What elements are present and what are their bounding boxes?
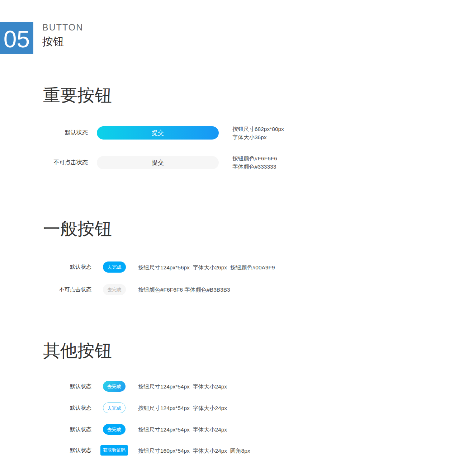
state-label: 默认状态 <box>0 264 91 270</box>
spec-page: 05 BUTTON 按钮 重要按钮 默认状态 提交 按钮尺寸682px*80px… <box>0 0 459 476</box>
section-number-badge: 05 <box>0 22 33 54</box>
spec-text: 按钮颜色#F6F6F6 字体颜色#B3B3B3 <box>138 286 230 294</box>
complete-button-outline[interactable]: 去完成 <box>103 402 126 413</box>
page-title-zh: 按钮 <box>42 34 64 49</box>
spec-line: 按钮尺寸682px*80px <box>232 125 284 133</box>
section-title-other-buttons: 其他按钮 <box>43 341 112 360</box>
spec-line: 按钮尺寸124px*54px 字体大小24px <box>138 404 227 412</box>
complete-button-disabled: 去完成 <box>103 284 126 295</box>
state-label: 默认状态 <box>0 405 91 411</box>
spec-line: 按钮颜色#F6F6F6 <box>232 154 277 162</box>
spec-text: 按钮尺寸682px*80px 字体大小36px <box>232 125 284 141</box>
spec-text: 按钮尺寸124px*54px 字体大小24px <box>138 404 227 412</box>
state-label: 默认状态 <box>0 383 91 390</box>
spec-line: 按钮尺寸124px*56px 字体大小26px 按钮颜色#00A9F9 <box>138 263 275 271</box>
submit-button-default[interactable]: 提交 <box>97 126 219 140</box>
spec-line: 按钮尺寸124px*54px 字体大小24px <box>138 425 227 434</box>
row-general-disabled: 不可点击状态 去完成 按钮颜色#F6F6F6 字体颜色#B3B3B3 <box>0 284 459 295</box>
row-important-default: 默认状态 提交 按钮尺寸682px*80px 字体大小36px <box>0 126 459 140</box>
spec-text: 按钮颜色#F6F6F6 字体颜色#333333 <box>232 154 277 171</box>
complete-button-default[interactable]: 去完成 <box>103 261 126 273</box>
complete-button-solid[interactable]: 去完成 <box>103 424 126 435</box>
row-other-verification-code: 默认状态 获取验证码 按钮尺寸160px*54px 字体大小24px 圆角8px <box>0 445 459 456</box>
spec-text: 按钮尺寸124px*54px 字体大小24px <box>138 382 227 391</box>
section-title-important-buttons: 重要按钮 <box>43 85 112 105</box>
submit-button-disabled: 提交 <box>97 156 219 169</box>
row-general-default: 默认状态 去完成 按钮尺寸124px*56px 字体大小26px 按钮颜色#00… <box>0 261 459 273</box>
state-label: 不可点击状态 <box>0 286 91 293</box>
spec-line: 按钮尺寸124px*54px 字体大小24px <box>138 382 227 391</box>
complete-button-gradient[interactable]: 去完成 <box>103 381 126 392</box>
state-label: 不可点击状态 <box>0 159 88 166</box>
spec-text: 按钮尺寸124px*56px 字体大小26px 按钮颜色#00A9F9 <box>138 263 275 271</box>
spec-line: 按钮尺寸160px*54px 字体大小24px 圆角8px <box>138 446 250 454</box>
row-other-gradient: 默认状态 去完成 按钮尺寸124px*54px 字体大小24px <box>0 381 459 392</box>
spec-line: 按钮颜色#F6F6F6 字体颜色#B3B3B3 <box>138 286 230 294</box>
spec-text: 按钮尺寸160px*54px 字体大小24px 圆角8px <box>138 446 250 454</box>
row-important-disabled: 不可点击状态 提交 按钮颜色#F6F6F6 字体颜色#333333 <box>0 156 459 169</box>
page-title-en: BUTTON <box>42 22 83 33</box>
state-label: 默认状态 <box>0 447 91 454</box>
spec-line: 字体颜色#333333 <box>232 162 277 171</box>
row-other-outline: 默认状态 去完成 按钮尺寸124px*54px 字体大小24px <box>0 402 459 413</box>
section-title-general-buttons: 一般按钮 <box>43 219 112 239</box>
row-other-solid: 默认状态 去完成 按钮尺寸124px*54px 字体大小24px <box>0 424 459 435</box>
state-label: 默认状态 <box>0 129 88 137</box>
spec-text: 按钮尺寸124px*54px 字体大小24px <box>138 425 227 434</box>
get-verification-code-button[interactable]: 获取验证码 <box>100 445 128 456</box>
section-number: 05 <box>4 27 30 51</box>
spec-line: 字体大小36px <box>232 133 284 141</box>
state-label: 默认状态 <box>0 426 91 433</box>
